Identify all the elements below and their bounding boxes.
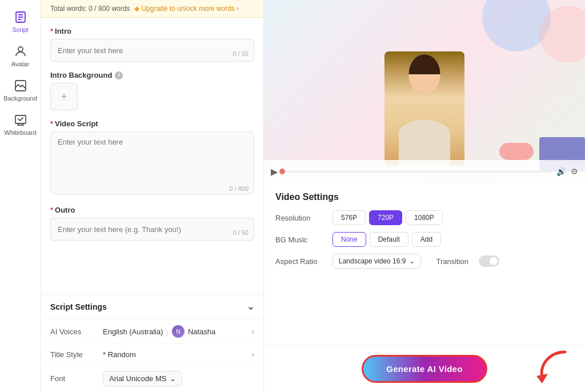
upgrade-arrow-icon: ›	[237, 5, 239, 13]
svg-marker-10	[536, 374, 548, 383]
word-count-text: Total words: 0 / 800 words	[50, 5, 130, 13]
vs-required-marker: *	[50, 119, 53, 128]
intro-background-section: Intro Background i +	[50, 71, 254, 110]
generate-area: Generate AI Video	[264, 345, 585, 392]
outro-section: * Outro 0 / 50	[50, 206, 254, 241]
video-settings-title: Video Settings	[275, 192, 574, 202]
video-controls: ▶ 🔊 ⚙	[264, 160, 585, 183]
intro-label: * Intro	[50, 27, 254, 35]
aspect-ratio-select[interactable]: Landscape video 16:9 ⌄	[332, 254, 421, 269]
sidebar: Script Avatar Background Whiteboard	[0, 0, 41, 392]
volume-icon[interactable]: 🔊	[556, 167, 566, 176]
avatar-body	[399, 120, 450, 166]
play-button[interactable]: ▶	[271, 166, 278, 177]
ai-voices-label: AI Voices	[50, 327, 96, 336]
info-icon[interactable]: i	[115, 71, 123, 79]
ai-voices-lang: English (Australia)	[103, 327, 163, 336]
sidebar-item-avatar[interactable]: Avatar	[0, 39, 41, 73]
outro-label: * Outro	[50, 206, 254, 214]
left-panel: Total words: 0 / 800 words ◆ Upgrade to …	[41, 0, 264, 392]
collapse-icon: ⌄	[247, 301, 254, 312]
video-script-textarea[interactable]	[50, 131, 254, 194]
sidebar-item-whiteboard[interactable]: Whiteboard	[0, 107, 41, 142]
intro-char-count: 0 / 50	[233, 50, 249, 57]
preview-area: ▶ 🔊 ⚙	[264, 0, 585, 183]
font-label: Font	[50, 374, 96, 383]
sidebar-item-script-label: Script	[12, 26, 28, 33]
ai-voices-value: English (Australia) | N Natasha	[103, 325, 245, 338]
music-add[interactable]: Add	[412, 232, 441, 247]
sidebar-item-background[interactable]: Background	[0, 73, 41, 107]
video-settings: Video Settings Resolution 576P 720P 1080…	[264, 183, 585, 345]
settings-icon[interactable]: ⚙	[571, 167, 578, 176]
sidebar-item-whiteboard-label: Whiteboard	[4, 129, 36, 136]
music-none[interactable]: None	[332, 232, 366, 247]
bg-music-label: BG Music	[275, 235, 327, 244]
progress-dot	[279, 169, 285, 174]
outro-input[interactable]	[50, 218, 254, 241]
aspect-ratio-value: Landscape video 16:9	[339, 257, 406, 265]
svg-point-4	[18, 47, 23, 51]
sidebar-item-script[interactable]: Script	[0, 5, 41, 39]
avatar-preview	[384, 51, 464, 166]
outro-char-count: 0 / 50	[233, 229, 249, 236]
diamond-icon: ◆	[134, 5, 139, 13]
title-style-arrow-icon: ›	[251, 350, 254, 359]
bg-music-group: None Default Add	[332, 232, 441, 247]
resolution-row: Resolution 576P 720P 1080P	[275, 210, 574, 225]
title-style-value: * Random	[103, 350, 245, 359]
resolution-label: Resolution	[275, 214, 327, 222]
add-background-button[interactable]: +	[50, 83, 78, 110]
upgrade-label: Upgrade to unlock more words	[141, 5, 234, 13]
ai-voices-row[interactable]: AI Voices English (Australia) | N Natash…	[41, 319, 263, 343]
resolution-720p[interactable]: 720P	[369, 210, 402, 225]
resolution-group: 576P 720P 1080P	[332, 210, 443, 225]
outro-input-wrapper: 0 / 50	[50, 218, 254, 241]
avatar-icon	[14, 45, 27, 58]
video-script-char-count: 0 / 800	[229, 185, 249, 192]
bg-shape-4	[499, 143, 534, 160]
font-value: Arial Unicode MS	[109, 374, 166, 383]
aspect-ratio-label: Aspect Ratio	[275, 257, 327, 266]
title-style-label: Title Style	[50, 350, 96, 359]
video-script-input-wrapper: 0 / 800	[50, 131, 254, 197]
ai-voice-avatar: N	[172, 325, 185, 338]
upgrade-button[interactable]: ◆ Upgrade to unlock more words ›	[134, 5, 238, 13]
generate-ai-video-button[interactable]: Generate AI Video	[362, 355, 487, 383]
sidebar-item-background-label: Background	[3, 95, 37, 102]
script-settings-header[interactable]: Script Settings ⌄	[41, 294, 263, 319]
progress-bar[interactable]	[282, 171, 552, 173]
title-style-row[interactable]: Title Style * Random ›	[41, 343, 263, 365]
font-row[interactable]: Font Arial Unicode MS ⌄	[41, 365, 263, 392]
outro-required-marker: *	[50, 206, 53, 214]
avatar-person	[384, 51, 464, 166]
intro-bg-label: Intro Background i	[50, 71, 254, 79]
aspect-dropdown-icon: ⌄	[409, 257, 415, 265]
intro-input-wrapper: 0 / 50	[50, 39, 254, 62]
resolution-1080p[interactable]: 1080P	[406, 210, 443, 225]
transition-label: Transition	[436, 257, 468, 266]
music-default[interactable]: Default	[370, 232, 408, 247]
video-script-section: * Video Script 0 / 800	[50, 119, 254, 197]
sidebar-item-avatar-label: Avatar	[11, 61, 30, 67]
transition-toggle[interactable]	[479, 255, 499, 267]
resolution-576p[interactable]: 576P	[332, 210, 366, 225]
right-panel: ▶ 🔊 ⚙ Video Settings Resolution 576P 720…	[264, 0, 585, 392]
avatar-head	[409, 54, 440, 93]
background-icon	[14, 79, 27, 93]
arrow-indicator	[534, 346, 574, 386]
ai-voices-name: Natasha	[188, 327, 215, 336]
aspect-ratio-row: Aspect Ratio Landscape video 16:9 ⌄ Tran…	[275, 254, 574, 269]
pipe-divider: |	[167, 327, 169, 336]
font-select[interactable]: Arial Unicode MS ⌄	[103, 371, 182, 386]
video-script-label: * Video Script	[50, 119, 254, 128]
script-settings-label: Script Settings	[50, 302, 107, 311]
intro-section: * Intro 0 / 50	[50, 27, 254, 62]
intro-required-marker: *	[50, 27, 53, 35]
bg-music-row: BG Music None Default Add	[275, 232, 574, 247]
whiteboard-icon	[14, 113, 27, 127]
script-icon	[14, 10, 27, 24]
ai-voices-arrow-icon: ›	[251, 327, 254, 336]
font-dropdown-icon: ⌄	[170, 374, 176, 383]
intro-input[interactable]	[50, 39, 254, 62]
